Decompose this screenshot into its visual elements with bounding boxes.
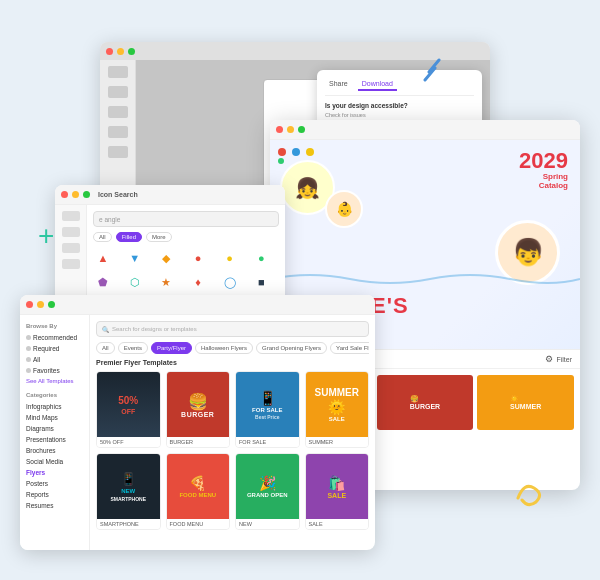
template-card-6[interactable]: 🍕 FOOD MENU FOOD MENU (166, 453, 231, 530)
categories-label: Categories (26, 392, 83, 398)
decor-dot-2 (292, 148, 300, 156)
download-tab[interactable]: Download (358, 78, 397, 91)
w4-close[interactable] (26, 301, 33, 308)
sidebar-cat-diagrams[interactable]: Diagrams (26, 423, 83, 434)
sidebar-cat-presentations[interactable]: Presentations (26, 434, 83, 445)
icon-item[interactable]: ■ (251, 272, 271, 292)
panel-tabs: Share Download (325, 78, 474, 96)
close-dot[interactable] (106, 48, 113, 55)
icon-item[interactable]: ★ (156, 272, 176, 292)
icon-item[interactable]: ♦ (188, 272, 208, 292)
w2-close[interactable] (61, 191, 68, 198)
icon-item[interactable]: ▲ (93, 248, 113, 268)
templates-grid: 50% OFF 50% OFF 🍔 BURGER BURGER � (96, 371, 369, 530)
window4-titlebar (20, 295, 375, 315)
sidebar-item-favorites[interactable]: Favorites (26, 365, 83, 376)
sidebar-item-recommended[interactable]: Recommended (26, 332, 83, 343)
w4-maximize[interactable] (48, 301, 55, 308)
templates-section-title: Premier Flyer Templates (96, 359, 369, 366)
sidebar-cat-mindmaps[interactable]: Mind Maps (26, 412, 83, 423)
icon-item[interactable]: ◯ (220, 272, 240, 292)
template-label-6: FOOD MENU (167, 519, 230, 529)
catalog-word: Catalog (519, 181, 568, 190)
icon-item[interactable]: ● (188, 248, 208, 268)
template-card-2[interactable]: 🍔 BURGER BURGER (166, 371, 231, 448)
sidebar-cat-social[interactable]: Social Media (26, 456, 83, 467)
window4-main: 🔍 Search for designs or templates All Ev… (90, 315, 375, 550)
w4-minimize[interactable] (37, 301, 44, 308)
share-tab[interactable]: Share (325, 78, 352, 91)
w2-maximize[interactable] (83, 191, 90, 198)
photo-circles: 👧 👶 (280, 160, 335, 215)
filter-filled[interactable]: Filled (116, 232, 142, 242)
check-text[interactable]: Check for issues (325, 112, 474, 118)
wave-decoration (270, 269, 580, 289)
template-card-7[interactable]: 🎉 GRAND OPEN NEW (235, 453, 300, 530)
filter-icon: ⚙ (545, 354, 553, 364)
window3-titlebar (270, 120, 580, 140)
templates-browser-window: Browse By Recommended Required All Favor… (20, 295, 375, 550)
cat-tab-all[interactable]: All (96, 342, 115, 354)
dot-icon (26, 335, 31, 340)
window2-title: Icon Search (98, 191, 138, 198)
catalog-season: Spring (519, 172, 568, 181)
preview-card-2[interactable]: 🍔BURGER (377, 375, 474, 430)
catalog-header: 2029 Spring Catalog (519, 150, 568, 190)
sidebar-cat-reports[interactable]: Reports (26, 489, 83, 500)
sidebar-cat-flyers[interactable]: Flyers (26, 467, 83, 478)
minimize-dot[interactable] (117, 48, 124, 55)
icon-item[interactable]: ⬡ (125, 272, 145, 292)
catalog-year: 2029 (519, 150, 568, 172)
sidebar-icon-3 (108, 106, 128, 118)
sidebar-cat-resumes[interactable]: Resumes (26, 500, 83, 511)
template-card-5[interactable]: 📱 NEW SMARTPHONE SMARTPHONE (96, 453, 161, 530)
template-label-4: SUMMER (306, 437, 369, 447)
icon-item[interactable]: ◆ (156, 248, 176, 268)
filter-more[interactable]: More (146, 232, 172, 242)
icon-item[interactable]: ● (251, 248, 271, 268)
preview-card-3[interactable]: ☀️SUMMER (477, 375, 574, 430)
template-label-2: BURGER (167, 437, 230, 447)
w2-sidebar-icon-3 (62, 243, 80, 253)
dot-icon (26, 346, 31, 351)
search-placeholder: e angle (99, 216, 120, 223)
icon-item[interactable]: ● (220, 248, 240, 268)
decor-dot-1 (278, 148, 286, 156)
dot-icon (26, 357, 31, 362)
cat-tab-yard[interactable]: Yard Sale Flyers (330, 342, 369, 354)
accessible-label: Is your design accessible? (325, 102, 474, 109)
template-card-1[interactable]: 50% OFF 50% OFF (96, 371, 161, 448)
template-card-8[interactable]: 🛍️ SALE SALE (305, 453, 370, 530)
cat-tab-grand[interactable]: Grand Opening Flyers (256, 342, 327, 354)
cat-tab-events[interactable]: Events (118, 342, 148, 354)
window4-sidebar: Browse By Recommended Required All Favor… (20, 315, 90, 550)
decorative-plus: + (38, 220, 54, 252)
sidebar-item-all[interactable]: All (26, 354, 83, 365)
search-placeholder: Search for designs or templates (112, 326, 197, 332)
w2-minimize[interactable] (72, 191, 79, 198)
sidebar-cat-infographics[interactable]: Infographics (26, 401, 83, 412)
cat-tab-halloween[interactable]: Halloween Flyers (195, 342, 253, 354)
icon-item[interactable]: ⬟ (93, 272, 113, 292)
w3-minimize[interactable] (287, 126, 294, 133)
filter-label[interactable]: Filter (556, 356, 572, 363)
cat-tab-party[interactable]: Party/Flyer (151, 342, 192, 354)
sidebar-cat-brochures[interactable]: Brochures (26, 445, 83, 456)
w3-maximize[interactable] (298, 126, 305, 133)
sidebar-item-required[interactable]: Required (26, 343, 83, 354)
sidebar-item-see-all[interactable]: See All Templates (26, 376, 83, 386)
w3-close[interactable] (276, 126, 283, 133)
icon-search-bar[interactable]: e angle (93, 211, 279, 227)
decorative-slash (423, 58, 445, 86)
icon-item[interactable]: ▼ (125, 248, 145, 268)
maximize-dot[interactable] (128, 48, 135, 55)
filter-all[interactable]: All (93, 232, 112, 242)
w2-sidebar-icon-2 (62, 227, 80, 237)
template-search[interactable]: 🔍 Search for designs or templates (96, 321, 369, 337)
sidebar-cat-posters[interactable]: Posters (26, 478, 83, 489)
template-card-4[interactable]: SUMMER 🌞 SALE SUMMER (305, 371, 370, 448)
search-icon: 🔍 (102, 326, 109, 333)
decor-dot-3 (306, 148, 314, 156)
w2-sidebar-icon-4 (62, 259, 80, 269)
template-card-3[interactable]: 📱 FOR SALE Best Price FOR SALE (235, 371, 300, 448)
